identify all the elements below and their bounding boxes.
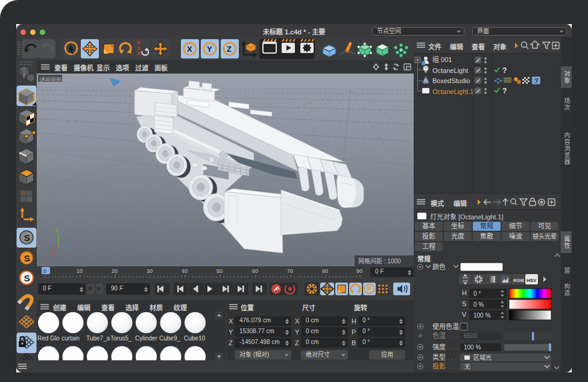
svg-text:20: 20 <box>112 268 118 274</box>
svg-text:H: H <box>462 289 467 296</box>
svg-text:10: 10 <box>77 268 83 274</box>
svg-text:curtain: curtain <box>62 335 80 342</box>
svg-text:0: 0 <box>43 268 46 274</box>
svg-text:30: 30 <box>147 268 153 274</box>
svg-text:X: X <box>50 251 54 257</box>
svg-text:S: S <box>462 300 466 307</box>
svg-text:X: X <box>187 45 192 54</box>
svg-text:Red Glo: Red Glo <box>37 335 60 342</box>
svg-text:投影 . . . . .: 投影 . . . . . <box>432 362 464 370</box>
svg-text:RGB: RGB <box>513 278 524 283</box>
svg-text:?: ? <box>502 87 507 95</box>
svg-text:Cylinder: Cylinder <box>135 335 157 342</box>
svg-text:OctaneLight: OctaneLight <box>432 67 468 74</box>
svg-text:100 %: 100 % <box>464 344 481 351</box>
svg-text:HSV: HSV <box>526 278 537 283</box>
svg-text:6500: 6500 <box>464 333 478 339</box>
svg-text:无: 无 <box>464 363 470 370</box>
svg-text:Z: Z <box>227 45 232 54</box>
svg-text:100 %: 100 % <box>473 312 490 319</box>
svg-text:40: 40 <box>182 268 188 274</box>
svg-text:Y: Y <box>55 228 59 234</box>
svg-text:?: ? <box>534 77 539 84</box>
svg-text:色温 . . .: 色温 . . . <box>432 331 457 339</box>
svg-text:Cube10: Cube10 <box>184 335 205 342</box>
svg-text:0 %: 0 % <box>473 301 484 308</box>
svg-text:90: 90 <box>356 268 362 274</box>
svg-text:S: S <box>24 233 30 243</box>
svg-text:Tube7_a: Tube7_a <box>86 335 110 342</box>
svg-text:颜色 .: 颜色 . <box>432 263 449 271</box>
svg-text:50: 50 <box>217 268 223 274</box>
svg-text:R: R <box>137 51 141 57</box>
svg-text:0 °: 0 ° <box>473 290 481 297</box>
svg-text:?: ? <box>502 66 507 75</box>
svg-text:使用色温: 使用色温 <box>432 322 459 330</box>
svg-text:60: 60 <box>252 268 258 274</box>
svg-text:S: S <box>24 273 30 283</box>
svg-text:OctaneLight.1: OctaneLight.1 <box>432 88 474 95</box>
svg-text:V: V <box>462 311 467 318</box>
svg-text:S: S <box>24 253 30 263</box>
svg-text:Z: Z <box>68 243 72 249</box>
svg-text:80: 80 <box>322 268 328 274</box>
svg-text:Cube9_: Cube9_ <box>159 335 180 342</box>
svg-text:组 001: 组 001 <box>432 55 452 63</box>
svg-text:70: 70 <box>287 268 293 274</box>
svg-text:Y: Y <box>207 45 212 54</box>
svg-text:BoxedStudio: BoxedStudio <box>432 77 470 84</box>
svg-text:强度 . . . . .: 强度 . . . . . <box>432 343 464 351</box>
svg-text:P: P <box>367 286 371 292</box>
svg-text:Torus5_: Torus5_ <box>110 335 132 342</box>
